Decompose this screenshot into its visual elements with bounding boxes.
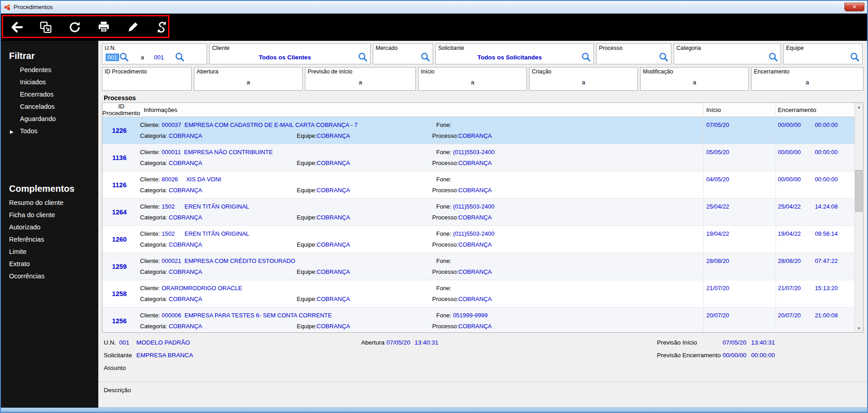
row-id[interactable]: 1136	[102, 144, 136, 171]
column-header-id[interactable]: ID Procedimento	[102, 103, 140, 117]
app-icon	[4, 4, 11, 11]
back-button[interactable]	[9, 19, 24, 35]
row-info: Cliente: 000011 EMPRESA NÃO CONTRIBUINTE…	[136, 144, 703, 171]
row-id[interactable]: 1226	[102, 117, 136, 144]
sidebar-item-extrato[interactable]: Extrato	[1, 258, 98, 270]
row-encerramento: 00/00/00 00:00:00	[776, 171, 854, 198]
filter-id-procedimento[interactable]: ID Procedimento	[102, 67, 192, 91]
sync-button[interactable]	[154, 19, 169, 35]
row-categoria: COBRANÇA	[169, 268, 203, 275]
close-button[interactable]: ✕	[844, 3, 864, 11]
filter-modificacao[interactable]: Modificação a	[640, 67, 749, 91]
search-icon[interactable]	[420, 52, 430, 62]
un-from-input[interactable]: 001	[106, 53, 119, 61]
filter-abertura[interactable]: Abertura a	[194, 67, 303, 91]
sidebar-item-todos[interactable]: ▶ Todos	[1, 125, 98, 137]
row-processo: COBRANÇA	[458, 296, 492, 302]
titlebar[interactable]: Procedimentos ✕	[1, 1, 867, 14]
sidebar-item-referencias[interactable]: Referências	[1, 233, 98, 246]
table-row[interactable]: 1264 Cliente: 1502 EREN TITÃN ORIGINAL F…	[102, 199, 854, 226]
sidebar-item-pendentes[interactable]: Pendentes	[1, 64, 98, 76]
sidebar-item-cancelados[interactable]: Cancelados	[1, 101, 98, 113]
solicitante-value: EMPRESA BRANCA	[136, 351, 193, 360]
previsao-inicio-date: 07/05/20	[723, 338, 747, 347]
search-icon[interactable]	[581, 52, 591, 62]
search-icon[interactable]	[119, 52, 129, 62]
previsao-encerramento-label: Previsão Encerramento	[657, 351, 721, 360]
column-header-inicio[interactable]: Início	[703, 103, 776, 117]
row-id[interactable]: 1126	[102, 171, 136, 198]
sidebar-item-aguardando[interactable]: Aguardando	[1, 113, 98, 125]
row-cliente: ORAROMRODRIGO ORACLE	[162, 285, 242, 292]
row-id[interactable]: 1256	[102, 307, 136, 332]
filter-inicio[interactable]: Início a	[418, 67, 527, 91]
filter-criacao[interactable]: Criação a	[529, 67, 638, 91]
scrollbar-thumb[interactable]	[855, 170, 863, 212]
row-cliente: 1502 EREN TITÃN ORIGINAL	[162, 230, 249, 237]
search-icon[interactable]	[768, 52, 778, 62]
row-inicio: 07/05/20	[703, 117, 776, 144]
details-line-descricao: Descrição	[102, 382, 863, 395]
table-row[interactable]: 1226 Cliente: 000037 EMPRESA COM CADASTR…	[102, 117, 854, 144]
filter-row-2: ID Procedimento Abertura a Previsão de i…	[98, 67, 867, 91]
sidebar-item-ficha-do-cliente[interactable]: Ficha do cliente	[1, 209, 98, 221]
table-row[interactable]: 1259 Cliente: 000021 EMPRESA COM CRÉDITO…	[102, 253, 854, 280]
sidebar-item-iniciados[interactable]: Iniciados	[1, 76, 98, 88]
search-icon[interactable]	[659, 52, 669, 62]
sidebar-item-encerrados[interactable]: Encerrados	[1, 88, 98, 101]
filter-previsao-de-inicio[interactable]: Previsão de início a	[305, 67, 416, 91]
search-icon[interactable]	[358, 52, 368, 62]
table-row[interactable]: 1256 Cliente: 000006 EMPRESA PARA TESTES…	[102, 307, 854, 332]
edit-button[interactable]	[125, 19, 140, 35]
un-to-input[interactable]: 001	[154, 54, 164, 61]
column-header-informacoes[interactable]: Informações	[140, 107, 703, 113]
table-row[interactable]: 1258 Cliente: ORAROMRODRIGO ORACLE Fone:…	[102, 280, 854, 307]
table-row[interactable]: 1260 Cliente: 1502 EREN TITÃN ORIGINAL F…	[102, 226, 854, 253]
filter-categoria: Categoria	[674, 44, 781, 64]
row-info: Cliente: 000021 EMPRESA COM CRÉDITO ESTO…	[136, 253, 703, 280]
refresh-button[interactable]	[67, 19, 82, 35]
sidebar-heading-filtrar: Filtrar	[1, 48, 98, 64]
table-row[interactable]: 1136 Cliente: 000011 EMPRESA NÃO CONTRIB…	[102, 144, 854, 171]
row-inicio: 28/08/20	[703, 253, 776, 280]
row-cliente: 000037 EMPRESA COM CADASTRO DE E-MAIL CA…	[162, 121, 358, 128]
row-inicio: 05/05/20	[703, 144, 776, 171]
selected-marker-icon: ▶	[10, 126, 14, 138]
cliente-value[interactable]: Todos os Clientes	[212, 54, 358, 61]
print-button[interactable]	[96, 19, 111, 35]
scrollbar-down-button[interactable]: ▼	[855, 324, 863, 332]
filter-cliente: Cliente Todos os Clientes	[209, 44, 371, 64]
row-id[interactable]: 1260	[102, 226, 136, 253]
export-button[interactable]	[38, 19, 53, 35]
window-bottom-border	[1, 408, 867, 412]
row-inicio: 19/04/22	[703, 226, 776, 253]
vertical-scrollbar[interactable]: ▲ ▼	[854, 103, 863, 332]
details-line-assunto: Assunto	[102, 364, 863, 379]
row-cliente: 80026 XIS DA VONI	[162, 176, 222, 183]
scrollbar-up-button[interactable]: ▲	[855, 103, 863, 111]
column-header-encerramento[interactable]: Encerramento	[776, 103, 854, 117]
filter-encerramento[interactable]: Encerramento a	[751, 67, 863, 91]
search-icon[interactable]	[175, 52, 185, 62]
row-id[interactable]: 1259	[102, 253, 136, 280]
previsao-encerramento-time: 00:00:00	[751, 351, 775, 360]
row-id[interactable]: 1258	[102, 280, 136, 307]
filter-mercado: Mercado	[373, 44, 433, 64]
scrollbar-track[interactable]	[855, 111, 863, 324]
sidebar-item-ocorrencias[interactable]: Ocorrências	[1, 270, 98, 282]
row-processo: COBRANÇA	[458, 268, 492, 275]
solicitante-value[interactable]: Todos os Solicitandes	[438, 54, 581, 61]
search-icon[interactable]	[850, 52, 860, 62]
row-id[interactable]: 1264	[102, 199, 136, 225]
row-equipe: COBRANÇA	[317, 241, 350, 248]
sidebar-item-autorizado[interactable]: Autorizado	[1, 221, 98, 233]
sidebar-item-limite[interactable]: Limite	[1, 246, 98, 258]
descricao-label: Descrição	[104, 387, 131, 394]
sidebar-item-resumo-do-cliente[interactable]: Resumo do cliente	[1, 197, 98, 209]
main-content: U.N. 001 a 001 Cliente Todos os Clientes	[98, 41, 867, 408]
row-encerramento: 25/04/22 14:24:08	[776, 199, 854, 225]
row-fone: (011)5503-2400	[453, 149, 495, 155]
un-label: U.N.	[104, 338, 116, 347]
table-row[interactable]: 1126 Cliente: 80026 XIS DA VONI Fone: Ca…	[102, 171, 854, 199]
row-processo: COBRANÇA	[458, 241, 492, 248]
